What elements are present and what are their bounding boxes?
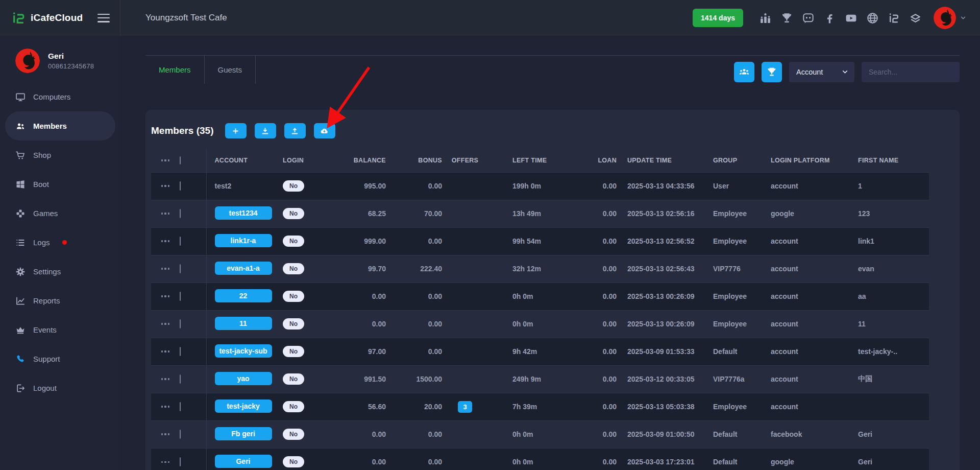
row-menu-button[interactable] [151,323,180,325]
user-menu[interactable] [934,7,967,29]
account-button[interactable]: 11 [215,317,272,330]
sidebar-item-logout[interactable]: Logout [0,373,120,403]
balance-value: 99.70 [368,265,386,273]
youtube-icon[interactable] [845,12,857,25]
sidebar-item-reports[interactable]: Reports [0,286,120,315]
sidebar-item-members[interactable]: Members [5,111,115,140]
menu-toggle-icon[interactable] [97,14,110,22]
account-button[interactable]: 22 [215,289,272,302]
chevron-down-icon [960,14,967,21]
icafe-icon[interactable] [888,12,900,25]
loan-value: 0.00 [603,375,617,383]
login-status-badge: No [283,180,304,192]
row-checkbox[interactable] [180,237,181,246]
account-button[interactable]: test-jacky-sub [215,344,272,358]
sidebar-item-logs[interactable]: Logs [0,228,120,257]
loan-value: 0.00 [603,430,617,438]
row-checkbox[interactable] [180,430,181,439]
cloud-download-button[interactable] [314,123,335,138]
row-checkbox[interactable] [180,347,181,356]
left-time-value: 0h 0m [512,458,533,466]
group-value: Employee [713,209,747,218]
loan-value: 0.00 [603,209,617,218]
account-button[interactable]: test1234 [215,206,272,220]
row-menu-button[interactable] [151,350,180,353]
table-row: test-jackyNo56.6020.0037h 39m0.002025-03… [151,393,929,420]
sidebar-item-boot[interactable]: Boot [0,170,120,199]
sidebar-item-label: Reports [33,296,60,305]
login-platform-value: google [771,209,794,218]
brand-logo[interactable]: iCafeCloud [11,10,83,26]
header-menu-button[interactable] [151,159,180,161]
subscription-days-button[interactable]: 1414 days [693,9,743,27]
icafecloud-app: { "brand": { "name": "iCafeCloud" }, "to… [0,0,980,470]
crown-icon [15,325,26,335]
cart-icon [15,150,26,160]
logo-zone: iCafeCloud [0,0,120,36]
row-menu-button[interactable] [151,240,180,242]
login-platform-value: account [771,320,798,328]
row-menu-button[interactable] [151,213,180,215]
sidebar-item-computers[interactable]: Computers [0,82,120,111]
loan-value: 0.00 [603,320,617,328]
layers-icon[interactable] [909,12,922,25]
row-checkbox[interactable] [180,457,181,466]
trophy-icon[interactable] [780,12,793,25]
account-button[interactable]: Geri [215,455,272,468]
update-time-value: 2025-03-13 00:26:09 [627,292,695,300]
tab-members[interactable]: Members [145,56,205,84]
row-checkbox[interactable] [180,402,181,411]
row-menu-button[interactable] [151,406,180,408]
row-menu-button[interactable] [151,185,180,187]
row-checkbox[interactable] [180,209,181,218]
sidebar-item-shop[interactable]: Shop [0,140,120,170]
column-header: BONUS [388,149,444,172]
row-menu-button[interactable] [151,461,180,463]
update-time-value: 2025-03-09 01:53:33 [627,347,695,356]
search-field-select[interactable]: Account [789,62,854,82]
account-button[interactable]: Fb geri [215,427,272,440]
globe-icon[interactable] [866,12,879,25]
row-checkbox[interactable] [180,374,181,384]
ranking-icon[interactable] [759,12,772,25]
row-menu-button[interactable] [151,295,180,297]
rewards-button[interactable] [762,62,782,82]
sidebar-item-support[interactable]: Support [0,344,120,373]
account-button[interactable]: link1r-a [215,234,272,247]
sidebar-item-label: Support [33,355,60,363]
bonus-value: 0.00 [428,292,442,300]
account-button[interactable]: yao [215,372,272,385]
sidebar-item-games[interactable]: Games [0,199,120,228]
import-button[interactable] [255,123,276,138]
member-groups-button[interactable] [734,62,754,82]
add-member-button[interactable] [225,123,247,138]
login-platform-value: google [771,458,794,466]
sidebar-item-events[interactable]: Events [0,315,120,344]
row-menu-button[interactable] [151,268,180,270]
facebook-icon[interactable] [823,12,836,25]
sidebar-item-settings[interactable]: Settings [0,257,120,286]
loan-value: 0.00 [603,347,617,356]
row-checkbox[interactable] [180,319,181,328]
row-checkbox[interactable] [180,181,181,191]
row-menu-button[interactable] [151,378,180,380]
account-button[interactable]: test-jacky [215,400,272,413]
offers-badge[interactable]: 3 [458,401,472,413]
select-all-checkbox[interactable] [180,156,181,165]
account-button[interactable]: evan-a1-a [215,262,272,275]
row-menu-button[interactable] [151,433,180,435]
tab-guests[interactable]: Guests [205,56,256,84]
login-platform-value: facebook [771,430,802,438]
row-checkbox[interactable] [180,264,181,273]
sidebar-item-label: Boot [33,180,49,189]
export-button[interactable] [284,123,306,138]
login-status-badge: No [283,236,304,247]
login-status-badge: No [283,208,304,219]
login-status-badge: No [283,456,304,467]
members-count-title: Members (35) [151,125,214,136]
discord-icon[interactable] [802,12,815,25]
search-input[interactable] [862,62,960,82]
row-checkbox[interactable] [180,292,181,301]
login-platform-value: account [771,403,798,411]
update-time-value: 2025-03-13 02:56:43 [627,265,695,273]
